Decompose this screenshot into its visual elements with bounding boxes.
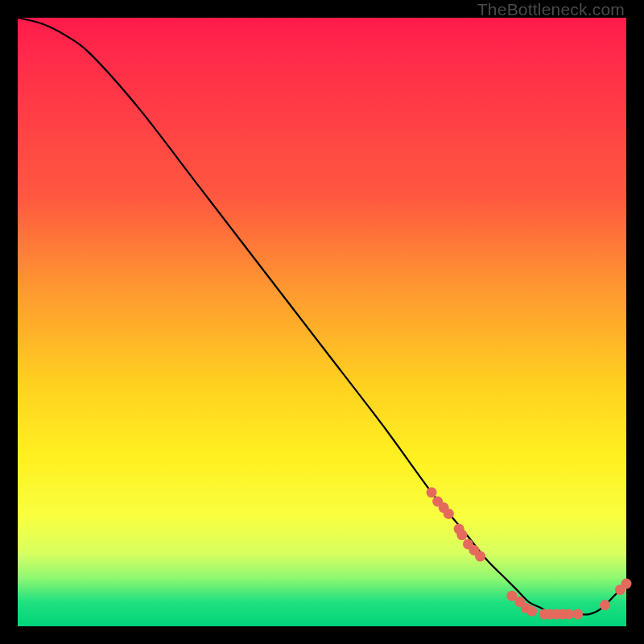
scatter-marker — [444, 509, 454, 519]
scatter-marker — [475, 551, 485, 562]
scatter-marker — [427, 487, 437, 497]
scatter-marker — [564, 609, 574, 619]
watermark-text: TheBottleneck.com — [477, 0, 625, 19]
chart-svg — [18, 18, 626, 626]
scatter-marker — [600, 600, 610, 610]
chart-frame — [18, 18, 626, 626]
scatter-markers — [427, 487, 632, 619]
scatter-marker — [621, 579, 632, 589]
bottleneck-curve-line — [18, 18, 626, 614]
scatter-marker — [526, 606, 537, 617]
scatter-marker — [572, 609, 583, 619]
scatter-marker — [456, 530, 467, 540]
